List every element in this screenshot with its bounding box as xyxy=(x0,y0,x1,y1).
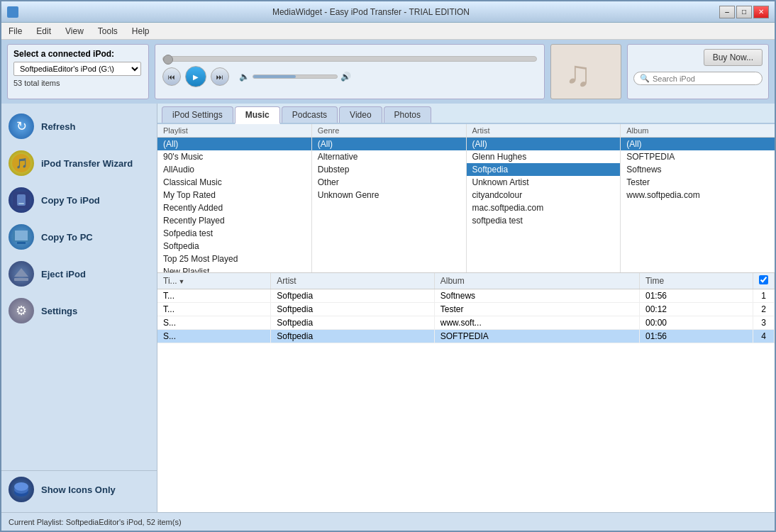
volume-slider[interactable] xyxy=(253,74,338,79)
next-button[interactable]: ⏭ xyxy=(211,67,229,86)
th-album[interactable]: Album xyxy=(434,273,639,289)
track-table-body: T... Softpedia Softnews 01:56 1 T... Sof… xyxy=(157,289,775,343)
menu-file[interactable]: File xyxy=(6,25,25,38)
minimize-button[interactable]: – xyxy=(719,6,735,18)
close-button[interactable]: ✕ xyxy=(753,6,769,18)
list-item[interactable]: New Playlist xyxy=(157,265,311,272)
list-item[interactable]: Alternative xyxy=(312,150,466,163)
maximize-button[interactable]: □ xyxy=(736,6,752,18)
search-input-wrap: 🔍 xyxy=(633,72,763,85)
track-title: S... xyxy=(157,330,271,343)
show-icons-icon xyxy=(9,477,34,502)
titlebar: MediaWidget - Easy iPod Transfer - TRIAL… xyxy=(1,1,775,23)
th-time[interactable]: Time xyxy=(639,273,753,289)
search-panel: Buy Now... 🔍 xyxy=(627,44,769,99)
tab-podcasts[interactable]: Podcasts xyxy=(282,106,338,123)
playlist-items[interactable]: (All) 90's Music AllAudio Classical Musi… xyxy=(157,138,311,272)
window-controls: – □ ✕ xyxy=(719,6,769,18)
list-item[interactable]: Other xyxy=(312,176,466,189)
settings-icon: ⚙ xyxy=(9,298,34,323)
sidebar-copy-to-ipod-button[interactable]: Copy To iPod xyxy=(1,182,157,218)
svg-rect-8 xyxy=(15,231,28,240)
list-item[interactable]: AllAudio xyxy=(157,163,311,176)
table-row[interactable]: S... Softpedia SOFTPEDIA 01:56 4 xyxy=(157,330,775,343)
track-table: Ti...▼ Artist Album Time T... Softpedia xyxy=(157,273,775,343)
list-item[interactable]: Recently Added xyxy=(157,201,311,214)
list-item[interactable]: My Top Rated xyxy=(157,189,311,201)
play-button[interactable]: ▶ xyxy=(185,66,206,87)
sidebar-wizard-button[interactable]: 🎵 iPod Transfer Wizard xyxy=(1,145,157,182)
buy-now-button[interactable]: Buy Now... xyxy=(704,49,763,66)
list-item[interactable]: Glenn Hughes xyxy=(467,150,621,163)
tab-ipod-settings[interactable]: iPod Settings xyxy=(162,106,233,123)
content-area: iPod Settings Music Podcasts Video Photo… xyxy=(157,104,775,512)
list-item[interactable]: (All) xyxy=(467,138,621,150)
sidebar-refresh-button[interactable]: ↻ Refresh xyxy=(1,108,157,145)
refresh-icon: ↻ xyxy=(9,113,34,139)
ipod-dropdown[interactable]: SoftpediaEditor's iPod (G:\) xyxy=(13,62,141,76)
list-item[interactable]: cityandcolour xyxy=(467,189,621,201)
sidebar-settings-button[interactable]: ⚙ Settings xyxy=(1,292,157,329)
list-item[interactable]: 90's Music xyxy=(157,150,311,163)
list-item[interactable]: Unknown Genre xyxy=(312,189,466,201)
list-item[interactable]: Classical Music xyxy=(157,176,311,189)
player-progress-bar[interactable] xyxy=(162,56,537,62)
track-num: 3 xyxy=(753,316,775,330)
list-item[interactable]: Recently Played xyxy=(157,214,311,227)
list-item[interactable]: SOFTPEDIA xyxy=(621,150,775,163)
list-item[interactable]: (All) xyxy=(312,138,466,150)
list-item[interactable]: www.softpedia.com xyxy=(621,189,775,201)
track-num: 1 xyxy=(753,289,775,303)
sidebar-spacer xyxy=(1,329,157,470)
prev-button[interactable]: ⏮ xyxy=(162,67,181,86)
volume-area: 🔈 🔊 xyxy=(239,72,351,82)
track-album: SOFTPEDIA xyxy=(434,330,639,343)
track-table-wrap[interactable]: Ti...▼ Artist Album Time T... Softpedia xyxy=(157,273,775,512)
menu-view[interactable]: View xyxy=(62,25,87,38)
search-input[interactable] xyxy=(653,74,752,83)
album-items[interactable]: (All) SOFTPEDIA Softnews Tester www.soft… xyxy=(621,138,775,272)
volume-high-icon: 🔊 xyxy=(340,72,351,82)
sidebar-show-icons-button[interactable]: Show Icons Only xyxy=(1,470,157,508)
ipod-selector-label: Select a connected iPod: xyxy=(13,49,143,59)
sidebar-copy-to-pc-button[interactable]: Copy To PC xyxy=(1,218,157,255)
th-title[interactable]: Ti...▼ xyxy=(157,273,271,289)
sidebar-eject-label: Eject iPod xyxy=(41,269,86,279)
artist-items[interactable]: (All) Glenn Hughes Softpedia Unknown Art… xyxy=(467,138,621,272)
genre-items[interactable]: (All) Alternative Dubstep Other Unknown … xyxy=(312,138,466,272)
wizard-icon: 🎵 xyxy=(9,150,34,176)
main-content: ↻ Refresh 🎵 iPod Transfer Wizard Copy To… xyxy=(1,104,775,512)
list-item[interactable]: Softpedia xyxy=(467,163,621,176)
th-checkbox[interactable] xyxy=(753,273,775,289)
tabs: iPod Settings Music Podcasts Video Photo… xyxy=(157,104,775,124)
track-artist: Softpedia xyxy=(271,330,434,343)
list-item[interactable]: Top 25 Most Played xyxy=(157,253,311,265)
tab-photos[interactable]: Photos xyxy=(384,106,431,123)
sidebar-refresh-label: Refresh xyxy=(41,121,75,132)
table-row[interactable]: T... Softpedia Tester 00:12 2 xyxy=(157,303,775,316)
list-item[interactable]: Softpedia xyxy=(157,240,311,253)
genre-column: Genre (All) Alternative Dubstep Other Un… xyxy=(312,124,467,272)
list-item[interactable]: (All) xyxy=(621,138,775,150)
list-item[interactable]: (All) xyxy=(157,138,311,150)
sidebar-eject-button[interactable]: Eject iPod xyxy=(1,255,157,292)
track-album: Softnews xyxy=(434,289,639,303)
list-item[interactable]: Unknown Artist xyxy=(467,176,621,189)
tab-music[interactable]: Music xyxy=(235,106,280,124)
list-item[interactable]: Dubstep xyxy=(312,163,466,176)
table-row[interactable]: T... Softpedia Softnews 01:56 1 xyxy=(157,289,775,303)
list-item[interactable]: Softnews xyxy=(621,163,775,176)
table-row[interactable]: S... Softpedia www.soft... 00:00 3 xyxy=(157,316,775,330)
list-item[interactable]: softpedia test xyxy=(467,214,621,227)
tab-video[interactable]: Video xyxy=(339,106,382,123)
search-icon: 🔍 xyxy=(640,74,650,83)
menu-tools[interactable]: Tools xyxy=(95,25,121,38)
list-item[interactable]: Sofpedia test xyxy=(157,227,311,240)
list-item[interactable]: Tester xyxy=(621,176,775,189)
menu-edit[interactable]: Edit xyxy=(33,25,54,38)
select-all-checkbox[interactable] xyxy=(759,275,768,284)
menu-help[interactable]: Help xyxy=(129,25,153,38)
th-artist[interactable]: Artist xyxy=(271,273,434,289)
player-panel: ⏮ ▶ ⏭ 🔈 🔊 xyxy=(155,44,545,99)
list-item[interactable]: mac.softpedia.com xyxy=(467,201,621,214)
